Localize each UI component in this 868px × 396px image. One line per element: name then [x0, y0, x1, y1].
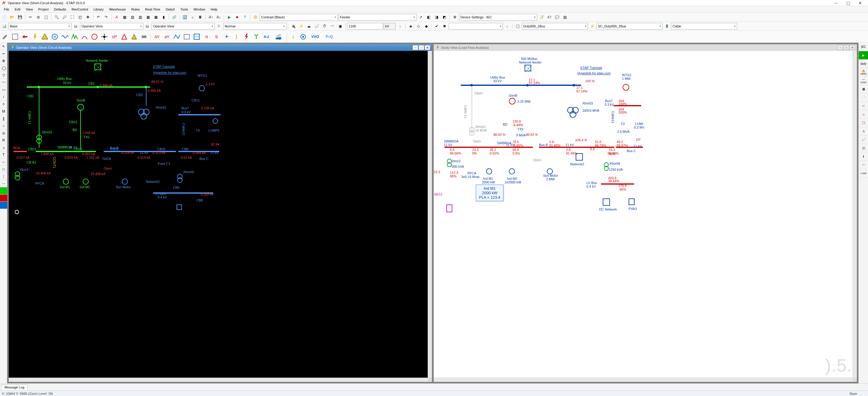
- pan-icon[interactable]: ✥: [84, 13, 91, 21]
- find-text-icon[interactable]: 🔤: [181, 13, 188, 21]
- voltage-input[interactable]: [347, 23, 383, 29]
- arrow-down-icon[interactable]: ↓: [503, 23, 511, 30]
- rp-61363-icon[interactable]: 〰61363: [859, 77, 868, 85]
- gear-icon[interactable]: ⚙: [451, 13, 458, 21]
- wave-icon[interactable]: 〰: [329, 23, 336, 30]
- rp-doc-icon[interactable]: 📄: [859, 93, 868, 102]
- comment-icon[interactable]: 💬: [553, 13, 561, 21]
- font-up-icon[interactable]: A↑: [207, 13, 214, 21]
- tool-harmonic-icon[interactable]: [60, 32, 69, 41]
- r-node-u2[interactable]: [526, 84, 529, 86]
- rp-grid-icon[interactable]: ▦: [859, 85, 868, 93]
- tool-motor-icon[interactable]: M: [50, 32, 59, 41]
- cable-dropdown[interactable]: Cable: [671, 23, 737, 29]
- sc-dropdown[interactable]: SC_Duty909_1Bus: [596, 23, 662, 29]
- group-icon[interactable]: ▣: [337, 23, 344, 30]
- menu-revcontrol[interactable]: RevControl: [69, 7, 91, 12]
- sym-corner[interactable]: [15, 210, 19, 214]
- r-link-tutorials[interactable]: ETAP Tutorials: [581, 66, 602, 69]
- menu-rules[interactable]: Rules: [128, 7, 142, 12]
- lp-text-icon[interactable]: T: [0, 151, 7, 159]
- feeder-dropdown[interactable]: Feeder: [338, 14, 416, 21]
- check-icon[interactable]: ✔: [433, 23, 440, 30]
- duty-icon[interactable]: 📋: [514, 23, 521, 30]
- zoom-window-icon[interactable]: ◰: [76, 13, 84, 21]
- right-scroll-v[interactable]: [852, 51, 857, 378]
- tool-gnd-grid-icon[interactable]: [192, 32, 201, 41]
- left-scroll-v[interactable]: [428, 51, 432, 378]
- r-sym-netgrid[interactable]: [525, 65, 531, 72]
- r-sym-genb[interactable]: [509, 98, 516, 105]
- tool-curve-icon[interactable]: [80, 32, 89, 41]
- theme-icon[interactable]: 🔆: [252, 13, 259, 21]
- tool-fork-icon[interactable]: [252, 32, 261, 41]
- lp-motor-icon[interactable]: M: [0, 108, 7, 115]
- text-color-icon[interactable]: A: [113, 13, 120, 21]
- sym-genb[interactable]: ~: [77, 104, 84, 111]
- new-icon[interactable]: 📄: [1, 13, 8, 21]
- menu-edit[interactable]: Edit: [12, 7, 23, 12]
- rp-duty-icon[interactable]: duty: [859, 60, 868, 68]
- sym-wtg[interactable]: [199, 85, 205, 91]
- sym-synmotor[interactable]: [122, 178, 128, 185]
- net3-icon[interactable]: ◆: [423, 23, 430, 30]
- lp-more1-icon[interactable]: ⋮: [0, 173, 7, 180]
- palette-2-icon[interactable]: ◨: [433, 13, 440, 21]
- link-icon[interactable]: 🔗: [170, 13, 178, 21]
- view1-dropdown[interactable]: Operator View: [80, 23, 143, 29]
- minimize-button[interactable]: ─: [830, 0, 842, 6]
- contrast-dropdown[interactable]: Contrast (Black): [259, 14, 338, 21]
- tool-star-icon[interactable]: ✦: [222, 32, 231, 41]
- study-view-canvas[interactable]: ETAP Tutorials Hyperlink for etap.com 50…: [434, 51, 857, 382]
- sc-icon[interactable]: ⚡: [589, 23, 596, 30]
- lp-more2-icon[interactable]: ⋯: [0, 180, 7, 187]
- r-sym-wtg[interactable]: [623, 84, 629, 91]
- panel-close-button[interactable]: ✕: [425, 45, 430, 50]
- lp-color-green-icon[interactable]: [0, 187, 7, 195]
- zoom-in-icon[interactable]: 🔍: [53, 13, 60, 21]
- tool-edit-icon[interactable]: [1, 32, 10, 41]
- tool-signal-icon[interactable]: [172, 32, 181, 41]
- operator-view-titlebar[interactable]: Operator View (Short-Circuit Analysis) ─…: [9, 44, 432, 51]
- bus-utility[interactable]: [27, 86, 150, 88]
- view-icon-1[interactable]: 🗂: [72, 23, 80, 30]
- right-scroll-h[interactable]: [434, 378, 852, 382]
- menu-file[interactable]: File: [1, 7, 12, 12]
- sym-network-grid[interactable]: [94, 63, 101, 70]
- menu-defaults[interactable]: Defaults: [52, 7, 69, 12]
- menu-view[interactable]: View: [23, 7, 36, 12]
- study-view-titlebar[interactable]: Study View (Load Flow Analysis) ─ □ ✕: [434, 44, 857, 51]
- find-element-icon[interactable]: ⌕: [189, 13, 196, 21]
- zoom-fit-icon[interactable]: ⛶: [69, 13, 76, 21]
- tool-plus-p-icon[interactable]: ±P: [110, 32, 119, 41]
- menu-datax[interactable]: DataX: [163, 7, 178, 12]
- tool-circle-icon[interactable]: [90, 32, 99, 41]
- lp-rect-icon[interactable]: □: [0, 166, 7, 173]
- palette-1-icon[interactable]: ◧: [425, 13, 432, 21]
- tool-brace-icon[interactable]: }: [232, 32, 241, 41]
- sym-xfmr2b[interactable]: [15, 175, 20, 180]
- r-bus-bus7[interactable]: [614, 105, 641, 106]
- redo-icon[interactable]: ↷: [102, 13, 110, 21]
- lp-switch-icon[interactable]: /: [0, 93, 7, 101]
- tool-shortcircuit-icon[interactable]: [30, 32, 39, 41]
- meter-icon[interactable]: ⏱: [321, 23, 328, 30]
- panel-min-button[interactable]: ─: [413, 45, 418, 50]
- more-icon[interactable]: ▤: [561, 13, 568, 21]
- r-sym-indm2[interactable]: [509, 168, 515, 174]
- lp-fuse-icon[interactable]: ◊: [0, 101, 7, 108]
- rp-curve-icon[interactable]: 📈: [859, 136, 868, 144]
- motor-icon[interactable]: ⚡: [298, 23, 305, 30]
- close-button[interactable]: ✕: [854, 0, 866, 6]
- sym-xfmr01b[interactable]: [36, 138, 42, 144]
- lp-color-red-icon[interactable]: [0, 195, 7, 202]
- net2-icon[interactable]: ◇: [415, 23, 422, 30]
- spare-dropdown[interactable]: [449, 23, 503, 29]
- chart-icon[interactable]: 📈: [313, 23, 320, 30]
- lp-generator-icon[interactable]: ◯: [0, 64, 7, 72]
- link-tutorials[interactable]: ETAP Tutorials: [153, 65, 175, 68]
- menu-help[interactable]: Help: [208, 7, 220, 12]
- run-icon[interactable]: ▶: [225, 13, 233, 21]
- duty-dropdown[interactable]: Duty909_1Bus: [522, 23, 588, 29]
- base-dropdown[interactable]: Base: [8, 23, 71, 29]
